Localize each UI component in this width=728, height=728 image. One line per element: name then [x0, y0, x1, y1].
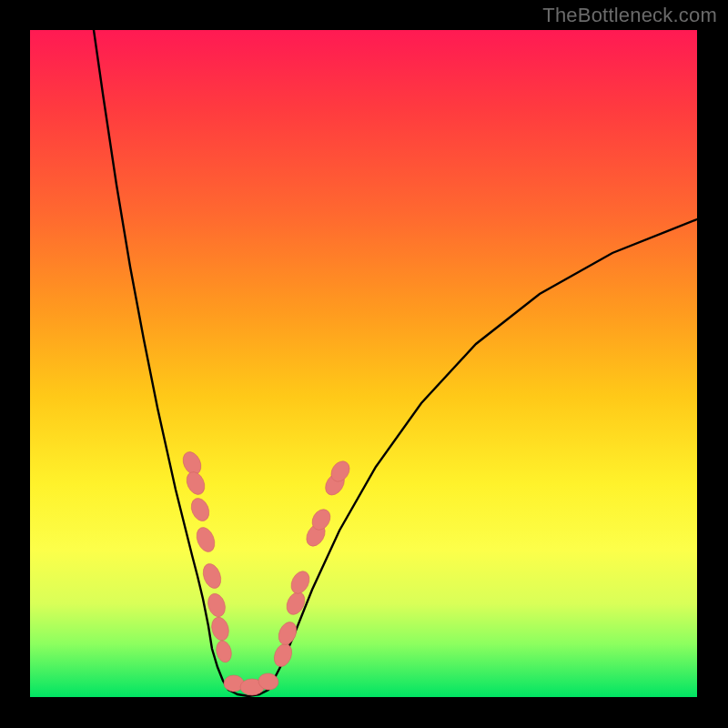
data-marker	[200, 561, 224, 591]
data-marker	[209, 615, 231, 642]
data-marker	[288, 568, 313, 596]
data-marker	[271, 642, 295, 670]
chart-frame: TheBottleneck.com	[0, 0, 728, 728]
data-marker	[205, 592, 228, 619]
plot-area	[30, 30, 697, 697]
bottleneck-curve	[94, 30, 697, 696]
watermark-text: TheBottleneck.com	[542, 4, 717, 27]
marker-cluster	[179, 449, 353, 695]
curve-svg	[30, 30, 697, 697]
data-marker	[183, 469, 207, 497]
data-marker	[193, 525, 217, 555]
data-marker	[275, 619, 299, 647]
curve-path	[94, 30, 697, 696]
data-marker	[214, 639, 233, 663]
data-marker	[188, 496, 213, 524]
